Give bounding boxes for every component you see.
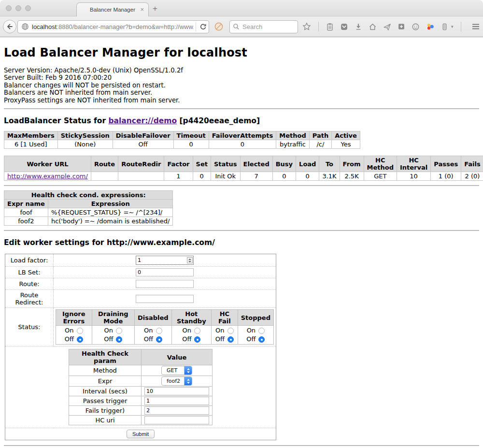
stopped-off-radio[interactable] (258, 336, 265, 343)
minimize-window-button[interactable] (15, 5, 21, 11)
new-tab-button[interactable]: + (153, 4, 157, 14)
hc-fail-on-radio[interactable] (227, 328, 234, 334)
reading-list-icon[interactable] (326, 23, 334, 31)
col-header: Expression (48, 200, 173, 208)
hc-method-label: Method (69, 365, 142, 376)
selected-option: foof2 (162, 377, 184, 385)
zoom-window-button[interactable] (25, 5, 31, 11)
load-factor-label: Load factor: (5, 254, 54, 267)
cell-passes: 1 (0) (431, 172, 461, 181)
col-header: Disabled (134, 310, 171, 326)
hot-standby-on-radio[interactable] (194, 328, 200, 334)
hc-expr-label: Expr (69, 376, 142, 387)
cell-elected: 7 (240, 172, 272, 181)
on-label: On (247, 326, 256, 335)
table-row: 6 [1 Used] (None) Off 0 0 bytraffic /c/ … (4, 140, 360, 149)
cell-set: 0 (193, 172, 211, 181)
toolbar-actions: ▾ (302, 22, 483, 31)
health-check-expressions-table: Health check cond. expressions: Expr nam… (4, 190, 173, 226)
draining-mode-off-radio[interactable] (116, 336, 122, 343)
route-redirect-input[interactable] (136, 295, 194, 303)
tab-balancer-manager[interactable]: Balancer Manager × (76, 2, 149, 16)
pocket-icon[interactable] (340, 23, 348, 31)
submit-button[interactable]: Submit (127, 430, 155, 438)
device-battery-icon[interactable] (441, 23, 448, 31)
off-label: Off (215, 335, 225, 344)
tab-close-icon[interactable]: × (140, 6, 144, 14)
hc-interval-input[interactable] (144, 387, 209, 395)
reload-icon[interactable] (199, 23, 207, 30)
worker-url-link[interactable]: http://www.example.com/ (7, 173, 88, 180)
status-cell-disabled: On Off (134, 326, 171, 345)
col-header: Set (193, 156, 211, 172)
status-cell-draining-mode: On Off (92, 326, 134, 345)
col-header: Factor (164, 156, 193, 172)
ignore-errors-on-radio[interactable] (77, 328, 83, 334)
chat-smiley-icon[interactable] (412, 23, 420, 31)
col-header: HC Fail (211, 310, 238, 326)
col-header: RouteRedir (118, 156, 164, 172)
status-cell-ignore-errors: On Off (56, 326, 92, 345)
cell-load: 0 (296, 172, 319, 181)
send-plane-icon[interactable] (383, 23, 391, 31)
colored-dots-extension-icon[interactable] (426, 22, 435, 31)
hc-fail-off-radio[interactable] (227, 336, 234, 343)
chevron-down-icon[interactable]: ▾ (451, 24, 454, 29)
cell-route (91, 172, 118, 181)
draining-mode-on-radio[interactable] (116, 328, 122, 334)
balancer-status-table: MaxMembers StickySession DisableFailover… (4, 131, 360, 149)
col-header: Draining Mode (92, 310, 134, 326)
select-arrows-icon (184, 366, 192, 375)
col-header: StickySession (57, 131, 113, 140)
col-header: Load (296, 156, 319, 172)
load-factor-input[interactable] (136, 256, 194, 265)
balancers-warning-line: Balancers are NOT inherited from main se… (4, 89, 479, 96)
disabled-on-radio[interactable] (156, 328, 162, 334)
ignore-errors-off-radio[interactable] (77, 336, 83, 343)
col-header: Elected (240, 156, 272, 172)
content-blocker-icon[interactable] (214, 22, 224, 31)
cell-active: Yes (332, 140, 360, 149)
cell-fails: 2 (0) (461, 172, 483, 181)
search-bar[interactable] (229, 20, 298, 33)
hc-passes-input[interactable] (144, 397, 209, 405)
disabled-off-radio[interactable] (156, 336, 162, 343)
status-label: Status: (5, 308, 54, 347)
hc-uri-input[interactable] (144, 416, 209, 424)
url-text: localhost:8880/balancer-manager?b=demo&w… (32, 23, 194, 30)
worker-status-table: Worker URL Route RouteRedir Factor Set S… (4, 156, 483, 181)
download-arrow-icon[interactable] (355, 23, 362, 30)
loadbalancer-status-heading: LoadBalancer Status for balancer://demo … (4, 116, 479, 125)
search-input[interactable] (242, 23, 295, 30)
toolbar-separator (461, 22, 461, 31)
table-row: foof2 hc('body') =~ /domain is establish… (4, 217, 173, 226)
server-version-line: Server Version: Apache/2.5.0-dev (Unix) … (4, 67, 479, 74)
hot-standby-off-radio[interactable] (194, 336, 200, 343)
url-host: localhost (32, 23, 57, 30)
hc-method-select[interactable]: GET (161, 366, 192, 375)
back-button[interactable] (3, 20, 16, 33)
hc-expr-select[interactable]: foof2 (161, 376, 192, 386)
stopped-on-radio[interactable] (258, 328, 265, 334)
cell-from: 2.5K (340, 172, 364, 181)
cell-method: bytraffic (276, 140, 309, 149)
off-label: Off (104, 335, 113, 344)
on-label: On (215, 326, 224, 335)
balancer-demo-link[interactable]: balancer://demo (108, 116, 177, 125)
download-box-icon[interactable] (398, 23, 405, 30)
divider (4, 185, 479, 186)
close-window-button[interactable] (6, 5, 12, 11)
number-stepper[interactable] (187, 257, 193, 263)
home-icon[interactable] (369, 23, 377, 31)
route-input[interactable] (136, 280, 194, 288)
expr-table-title: Health check cond. expressions: (4, 191, 173, 200)
persist-warning-line: Balancer changes will NOT be persisted o… (4, 82, 479, 89)
url-bar[interactable]: localhost:8880/balancer-manager?b=demo&w… (17, 20, 209, 33)
menu-hamburger-icon[interactable] (471, 23, 480, 30)
hc-uri-label: HC uri (69, 416, 142, 425)
col-header: Status (211, 156, 240, 172)
bookmark-star-icon[interactable] (302, 22, 311, 31)
lb-set-input[interactable] (136, 268, 194, 276)
hc-fails-input[interactable] (144, 406, 209, 415)
worker-settings-table: Load factor: LB Set: Route: Route Redire… (5, 254, 276, 440)
